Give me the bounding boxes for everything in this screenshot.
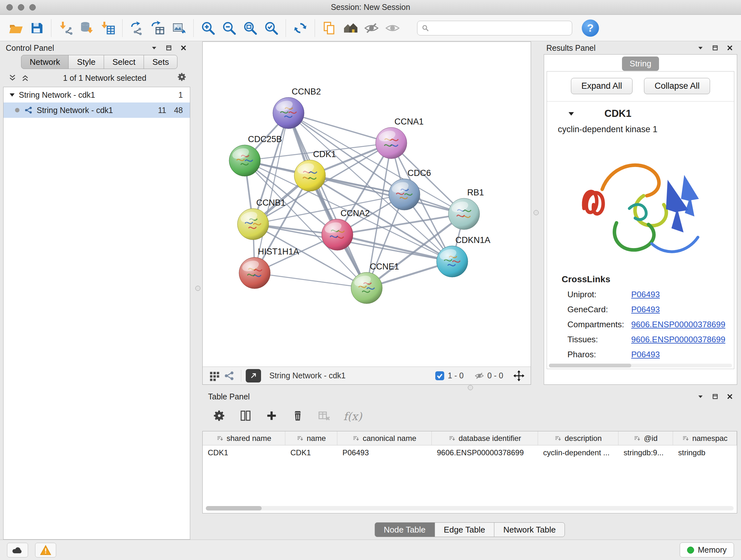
- expand-all-button[interactable]: Expand All: [571, 78, 633, 94]
- tab-sets[interactable]: Sets: [144, 55, 178, 69]
- float-panel-button[interactable]: [164, 43, 174, 53]
- hide-selected-button[interactable]: [361, 17, 382, 39]
- tab-node-table[interactable]: Node Table: [375, 522, 435, 537]
- export-table-button[interactable]: [147, 17, 169, 39]
- network-edge-ccna2-cdkn1a[interactable]: [337, 235, 452, 261]
- column-header-description[interactable]: description: [538, 431, 618, 445]
- delete-table-button[interactable]: [317, 409, 331, 424]
- window-close-button[interactable]: [6, 4, 13, 10]
- collapse-all-button[interactable]: Collapse All: [644, 78, 710, 94]
- close-panel-button[interactable]: [725, 392, 735, 401]
- network-node-rb1[interactable]: [448, 198, 480, 230]
- tab-network-table[interactable]: Network Table: [494, 522, 565, 537]
- collapse-all-networks-button[interactable]: [7, 72, 18, 83]
- float-panel-button[interactable]: [711, 43, 720, 53]
- network-view-mode-button[interactable]: [222, 369, 237, 382]
- panel-menu-button[interactable]: [696, 43, 705, 53]
- crosslink-tissues-link[interactable]: 9606.ENSP00000378699: [631, 334, 725, 345]
- grid-view-button[interactable]: [207, 369, 222, 382]
- column-header-canonical-name[interactable]: canonical name: [337, 431, 432, 445]
- network-node-ccne1[interactable]: [351, 272, 382, 304]
- import-table-file-button[interactable]: [97, 17, 118, 39]
- network-canvas[interactable]: CCNB2CCNA1CDC25BCDK1CDC6RB1CCNB1CCNA2CDK…: [203, 42, 531, 367]
- splitter-handle[interactable]: [468, 385, 473, 390]
- gene-section-header[interactable]: CDK1: [547, 102, 734, 123]
- zoom-in-button[interactable]: [198, 17, 219, 39]
- double-chevron-up-icon: [21, 74, 29, 82]
- results-panel-body: String Expand All Collapse All CDK1 cycl…: [544, 54, 737, 385]
- window-zoom-button[interactable]: [29, 4, 36, 10]
- network-node-ccnb2[interactable]: [273, 98, 304, 129]
- network-row[interactable]: String Network - cdk1 11 48: [3, 103, 190, 118]
- panel-menu-button[interactable]: [149, 43, 159, 53]
- network-icon: [24, 106, 33, 115]
- network-node-cdk1[interactable]: [294, 160, 326, 191]
- memory-button[interactable]: Memory: [680, 543, 734, 557]
- show-columns-button[interactable]: [239, 409, 252, 424]
- checkbox-icon[interactable]: [435, 371, 445, 381]
- delete-column-button[interactable]: [291, 409, 305, 424]
- network-node-ccnb1[interactable]: [238, 208, 269, 240]
- window-minimize-button[interactable]: [18, 4, 24, 10]
- import-network-database-button[interactable]: [76, 17, 97, 39]
- results-horizontal-scrollbar[interactable]: [549, 364, 732, 368]
- table-horizontal-scrollbar[interactable]: [206, 506, 734, 510]
- column-header-shared-name[interactable]: shared name: [203, 431, 285, 445]
- network-edge-ccne1-hist1h1a[interactable]: [255, 273, 367, 288]
- cloud-status-button[interactable]: [7, 543, 28, 557]
- pan-mode-button[interactable]: [512, 369, 526, 382]
- crosslink-genecard-link[interactable]: P06493: [631, 305, 660, 314]
- warnings-button[interactable]: [35, 543, 56, 557]
- table-options-button[interactable]: [212, 409, 226, 424]
- column-header-namespace[interactable]: namespac: [673, 431, 737, 445]
- zoom-out-button[interactable]: [219, 17, 240, 39]
- network-node-cdc6[interactable]: [389, 179, 420, 210]
- apply-layout-button[interactable]: [290, 17, 311, 39]
- network-node-ccna1[interactable]: [376, 127, 407, 159]
- copy-document-button[interactable]: [319, 17, 340, 39]
- network-node-hist1h1a[interactable]: [239, 257, 270, 289]
- float-panel-button[interactable]: [711, 392, 720, 401]
- export-image-button[interactable]: [169, 17, 190, 39]
- function-builder-button[interactable]: f(x): [343, 410, 362, 423]
- table-row[interactable]: CDK1 CDK1 P06493 9606.ENSP00000378699 cy…: [203, 445, 737, 460]
- crosslink-uniprot-link[interactable]: P06493: [631, 290, 660, 300]
- splitter-handle[interactable]: [195, 286, 200, 291]
- tab-style[interactable]: Style: [68, 55, 104, 69]
- network-status-dot: [15, 108, 19, 112]
- help-button[interactable]: ?: [582, 19, 599, 37]
- crosslink-compartments-link[interactable]: 9606.ENSP00000378699: [631, 320, 725, 329]
- tab-edge-table[interactable]: Edge Table: [434, 522, 495, 537]
- open-session-button[interactable]: [5, 17, 26, 39]
- close-panel-button[interactable]: [179, 43, 188, 53]
- hidden-eye-icon[interactable]: [475, 371, 484, 381]
- home-button[interactable]: [340, 17, 361, 39]
- tab-select[interactable]: Select: [104, 55, 144, 69]
- zoom-selected-button[interactable]: [261, 17, 282, 39]
- column-header-database-identifier[interactable]: database identifier: [432, 431, 538, 445]
- search-input[interactable]: [417, 21, 572, 36]
- import-network-file-button[interactable]: [55, 17, 76, 39]
- network-edge-ccnb2-ccna1[interactable]: [288, 113, 391, 143]
- crosslink-pharos-link[interactable]: P06493: [631, 350, 660, 360]
- network-node-cdkn1a[interactable]: [436, 246, 468, 277]
- export-network-button[interactable]: [126, 17, 147, 39]
- splitter-handle[interactable]: [534, 210, 539, 215]
- zoom-fit-button[interactable]: [240, 17, 261, 39]
- network-node-ccna2[interactable]: [322, 219, 353, 250]
- column-header-name[interactable]: name: [285, 431, 337, 445]
- create-column-button[interactable]: [265, 409, 278, 424]
- tab-network[interactable]: Network: [21, 55, 69, 69]
- network-collection-row[interactable]: String Network - cdk1 1: [3, 87, 190, 103]
- expand-all-networks-button[interactable]: [20, 72, 30, 83]
- save-session-button[interactable]: [26, 17, 47, 39]
- detach-view-button[interactable]: [246, 369, 261, 382]
- close-panel-button[interactable]: [725, 43, 735, 53]
- column-header-id[interactable]: @id: [618, 431, 673, 445]
- network-selection-status: 1 of 1 Network selected: [32, 73, 177, 83]
- string-tab-badge[interactable]: String: [622, 57, 659, 71]
- network-options-button[interactable]: [177, 72, 187, 84]
- show-all-button[interactable]: [382, 17, 403, 39]
- network-node-cdc25b[interactable]: [229, 145, 260, 176]
- panel-menu-button[interactable]: [696, 392, 705, 401]
